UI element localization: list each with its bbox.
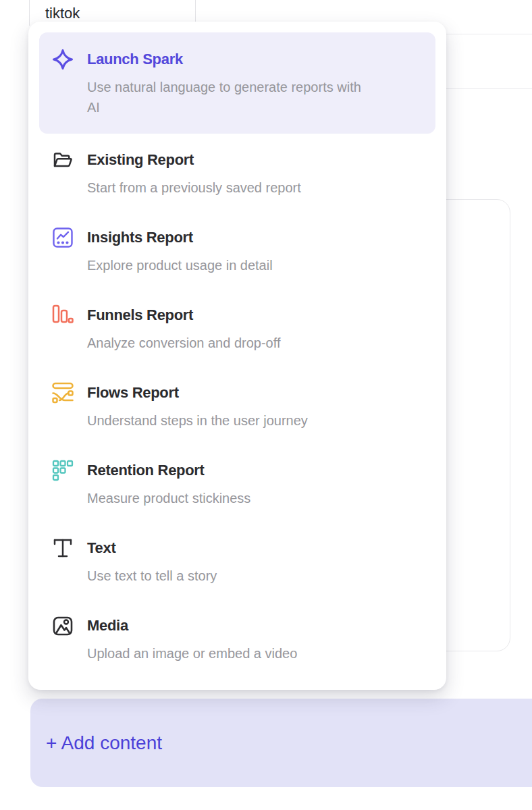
menu-item-insights-report[interactable]: Insights Report Explore product usage in…: [39, 227, 435, 275]
add-content-menu: Launch Spark Use natural language to gen…: [28, 22, 446, 690]
menu-item-launch-spark[interactable]: Launch Spark Use natural language to gen…: [39, 32, 435, 134]
background-card-edge: [29, 0, 30, 26]
spark-icon: [51, 48, 74, 71]
menu-item-flows-report[interactable]: Flows Report Understand steps in the use…: [39, 383, 435, 431]
menu-item-title: Launch Spark: [87, 49, 361, 70]
menu-item-subtitle: Start from a previously saved report: [87, 178, 301, 198]
menu-item-text[interactable]: Text Use text to tell a story: [39, 538, 435, 586]
menu-item-subtitle: Measure product stickiness: [87, 488, 250, 508]
background-text-tiktok: tiktok: [45, 5, 80, 22]
menu-item-subtitle: Use natural language to generate reports…: [87, 77, 361, 117]
text-icon: [51, 537, 74, 560]
flows-icon: [51, 381, 74, 404]
menu-item-title: Media: [87, 616, 297, 636]
menu-item-title: Flows Report: [87, 383, 308, 403]
menu-item-subtitle: Upload an image or embed a video: [87, 643, 297, 664]
line-chart-icon: [51, 226, 74, 249]
menu-item-existing-report[interactable]: Existing Report Start from a previously …: [39, 150, 435, 198]
retention-grid-icon: [51, 459, 74, 482]
menu-item-subtitle: Explore product usage in detail: [87, 255, 273, 275]
menu-item-title: Retention Report: [87, 460, 250, 481]
menu-item-subtitle: Understand steps in the user journey: [87, 410, 308, 431]
add-content-label: + Add content: [46, 732, 162, 754]
menu-item-title: Text: [87, 538, 217, 558]
funnel-bars-icon: [51, 304, 74, 327]
menu-item-title: Funnels Report: [87, 305, 280, 325]
add-content-button[interactable]: + Add content: [30, 699, 532, 787]
menu-item-subtitle: Use text to tell a story: [87, 566, 217, 586]
open-folder-icon: [51, 148, 74, 171]
menu-item-funnels-report[interactable]: Funnels Report Analyze conversion and dr…: [39, 305, 435, 353]
menu-item-retention-report[interactable]: Retention Report Measure product stickin…: [39, 460, 435, 508]
background-row-divider: [439, 88, 532, 89]
background-row-divider: [439, 34, 532, 34]
menu-item-title: Insights Report: [87, 227, 273, 248]
menu-item-title: Existing Report: [87, 150, 301, 170]
media-icon: [51, 614, 74, 637]
menu-item-subtitle: Analyze conversion and drop-off: [87, 333, 280, 353]
menu-item-media[interactable]: Media Upload an image or embed a video: [39, 616, 435, 664]
